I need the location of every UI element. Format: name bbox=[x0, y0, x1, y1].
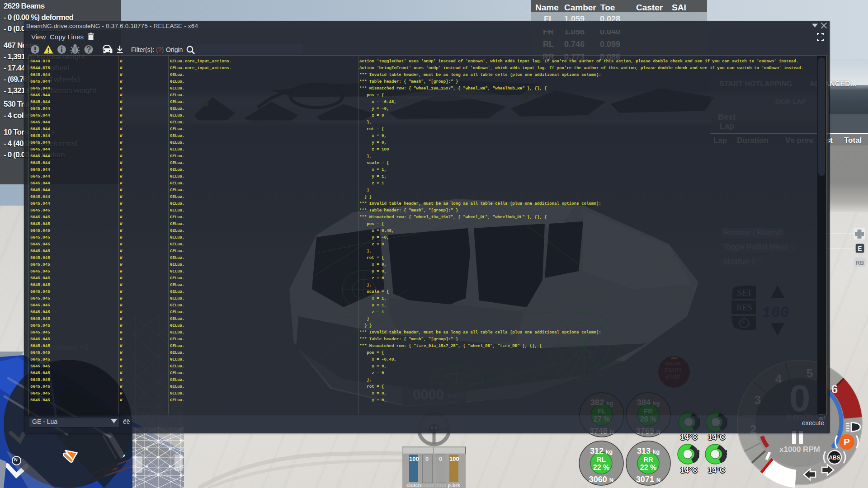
svg-text:RL: RL bbox=[597, 455, 606, 463]
svg-text:22 %: 22 % bbox=[640, 464, 656, 471]
svg-text:P: P bbox=[844, 436, 850, 447]
svg-text:ABS: ABS bbox=[829, 455, 840, 461]
svg-text:22 %: 22 % bbox=[593, 464, 609, 471]
svg-text:RR: RR bbox=[643, 455, 653, 463]
